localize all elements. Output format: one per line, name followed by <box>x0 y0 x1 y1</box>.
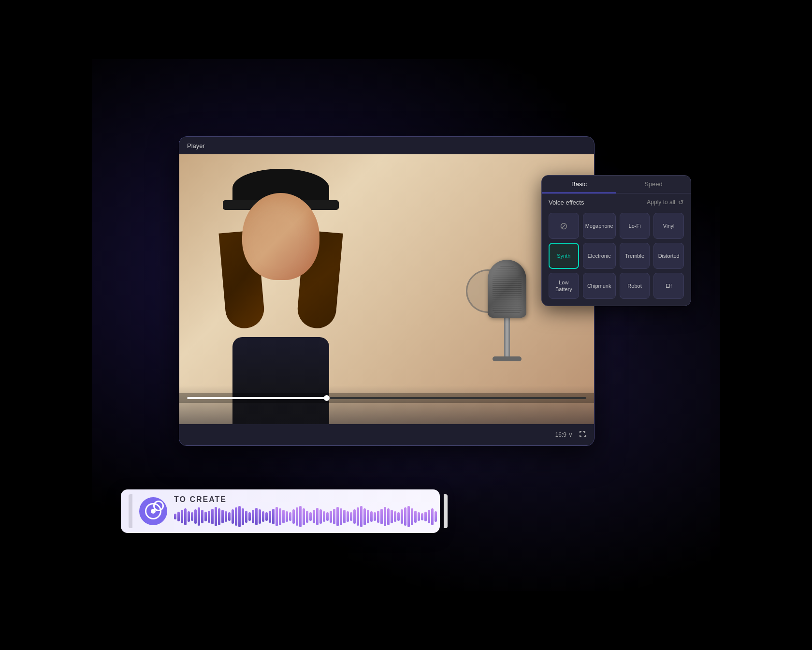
audio-track-label: TO CREATE <box>174 495 437 504</box>
waveform-bar <box>407 506 410 527</box>
tab-basic[interactable]: Basic <box>542 176 616 193</box>
effect-btn-elf[interactable]: Elf <box>653 273 684 299</box>
waveform-bar <box>316 508 319 525</box>
waveform-bar <box>333 509 335 524</box>
waveform-bar <box>384 507 386 526</box>
waveform-bar <box>360 506 362 527</box>
waveform-bar <box>323 511 325 522</box>
waveform-bar <box>411 508 413 525</box>
waveform-bar <box>377 511 379 523</box>
effect-btn-megaphone[interactable]: Megaphone <box>583 213 616 239</box>
waveform-bar <box>181 510 183 523</box>
effects-grid: ⊘MegaphoneLo-FiVinylSynthElectronicTremb… <box>542 209 691 306</box>
waveform-bar <box>391 510 393 523</box>
effect-btn-electronic[interactable]: Electronic <box>583 243 616 269</box>
waveform-bar <box>380 509 383 524</box>
waveform-bar <box>418 512 420 521</box>
waveform-bar <box>282 510 285 523</box>
mic-stand <box>493 356 522 361</box>
waveform-bar <box>431 508 434 525</box>
mic-head <box>488 260 526 318</box>
waveform-bar <box>387 508 390 525</box>
effect-btn-synth[interactable]: Synth <box>549 243 579 269</box>
waveform-bar <box>191 512 193 521</box>
voice-effects-label: Voice effects <box>549 199 584 206</box>
waveform-bar <box>177 512 180 521</box>
waveform-bar <box>265 512 268 521</box>
player-bottombar: 16:9 ∨ <box>179 424 594 445</box>
tab-speed[interactable]: Speed <box>616 176 691 193</box>
microphone <box>478 260 536 405</box>
audio-icon <box>139 497 167 525</box>
voice-panel-header: Voice effects Apply to all ↺ <box>542 193 691 209</box>
waveform-bar <box>228 512 231 521</box>
waveform-bar <box>262 511 264 522</box>
voice-panel-tabs: Basic Speed <box>542 176 691 193</box>
player-title: Player <box>187 142 205 149</box>
waveform-bar <box>272 509 275 524</box>
waveform-bar <box>347 511 349 522</box>
player-content <box>179 154 594 424</box>
phone-frame-left <box>129 494 132 528</box>
waveform-bar <box>336 507 339 526</box>
waveform <box>174 506 437 527</box>
apply-to-all-control[interactable]: Apply to all ↺ <box>647 198 684 206</box>
waveform-bar <box>306 511 308 523</box>
waveform-bar <box>245 511 247 523</box>
waveform-bar <box>353 509 356 524</box>
waveform-bar <box>248 512 251 521</box>
woman-subject <box>208 154 353 424</box>
aspect-ratio-label: 16:9 <box>555 431 566 438</box>
player-titlebar: Player <box>179 137 594 154</box>
effect-btn-none[interactable]: ⊘ <box>549 213 579 239</box>
waveform-bar <box>289 512 291 521</box>
audio-track: TO CREATE <box>121 489 440 533</box>
chevron-down-icon: ∨ <box>568 431 573 438</box>
refresh-icon[interactable]: ↺ <box>678 198 684 206</box>
effect-btn-tremble[interactable]: Tremble <box>620 243 650 269</box>
photo-overlay <box>179 385 594 424</box>
waveform-bar <box>218 508 220 525</box>
waveform-bar <box>174 514 176 519</box>
waveform-bar <box>211 509 214 524</box>
waveform-bar <box>225 511 227 522</box>
waveform-bar <box>238 506 241 527</box>
waveform-bar <box>299 506 302 527</box>
effect-btn-robot[interactable]: Robot <box>620 273 650 299</box>
waveform-bar <box>292 509 295 524</box>
effect-btn-distorted[interactable]: Distorted <box>653 243 684 269</box>
waveform-bar <box>276 507 278 526</box>
waveform-bar <box>201 510 203 523</box>
waveform-bar <box>208 511 210 523</box>
effect-btn-vinyl[interactable]: Vinyl <box>653 213 684 239</box>
waveform-bar <box>313 510 315 523</box>
face <box>242 193 319 280</box>
waveform-bar <box>184 508 187 525</box>
waveform-bar <box>194 509 197 524</box>
waveform-bar <box>242 508 244 525</box>
waveform-bar <box>401 509 403 524</box>
effect-btn-low-battery[interactable]: Low Battery <box>549 273 579 299</box>
waveform-bar <box>215 507 217 526</box>
phone-frame-right <box>444 494 448 528</box>
waveform-bar <box>374 512 376 521</box>
effect-btn-chipmunk[interactable]: Chipmunk <box>583 273 616 299</box>
waveform-bar <box>363 508 366 525</box>
waveform-bar <box>330 511 332 523</box>
waveform-bar <box>394 511 396 522</box>
timeline-thumb[interactable] <box>324 395 330 401</box>
waveform-bar <box>435 511 437 522</box>
effect-btn-lo-fi[interactable]: Lo-Fi <box>620 213 650 239</box>
aspect-ratio-button[interactable]: 16:9 ∨ <box>555 431 573 438</box>
waveform-bar <box>326 512 329 521</box>
waveform-bar <box>414 511 417 523</box>
waveform-bar <box>319 509 322 524</box>
voice-effects-panel: Basic Speed Voice effects Apply to all ↺… <box>541 175 691 306</box>
fullscreen-button[interactable] <box>579 430 586 440</box>
waveform-bar <box>343 510 346 523</box>
waveform-bar <box>309 512 312 521</box>
waveform-bar <box>188 511 190 522</box>
waveform-bar <box>404 507 406 526</box>
video-frame <box>179 154 594 424</box>
video-timeline[interactable] <box>179 393 594 403</box>
